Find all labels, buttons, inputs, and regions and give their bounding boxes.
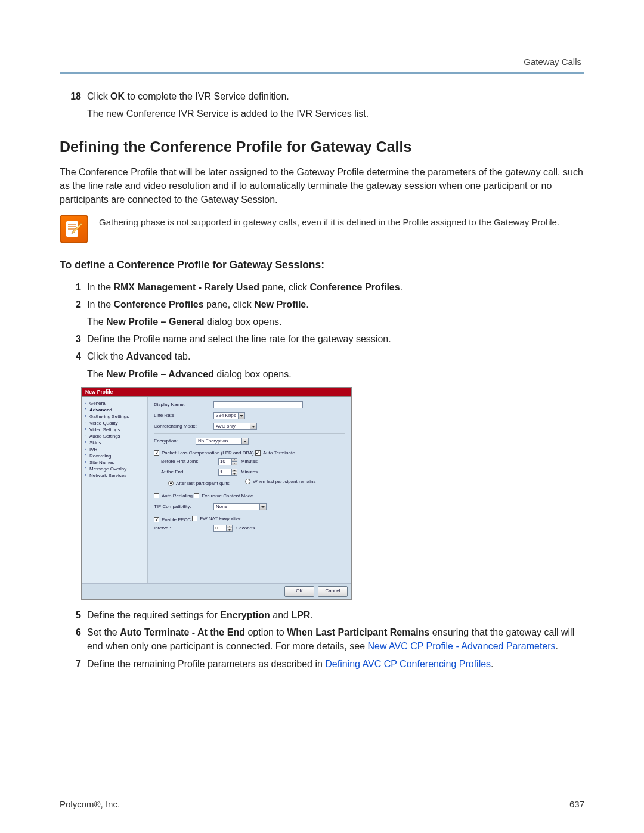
nav-gathering[interactable]: ›Gathering Settings xyxy=(84,413,145,420)
step-1: 1 In the RMX Management - Rarely Used pa… xyxy=(60,280,584,294)
interval-spinner[interactable]: 0 xyxy=(213,525,233,532)
text-bold: When Last Participant Remains xyxy=(287,627,429,637)
checkbox-enable-fecc[interactable]: Enable FECC xyxy=(154,516,191,524)
radio-icon xyxy=(245,479,250,484)
dialog-footer: OK Cancel xyxy=(82,583,351,599)
link-defining-profiles[interactable]: Defining AVC CP Conferencing Profiles xyxy=(325,659,491,669)
text-bold: Conference Profiles xyxy=(309,282,400,292)
spinner-buttons xyxy=(231,458,237,465)
chevron-down-icon xyxy=(242,438,248,444)
checkbox-packet-loss[interactable]: Packet Loss Compensation (LPR and DBA) xyxy=(154,450,254,457)
at-end-spinner[interactable]: 1 xyxy=(218,469,237,476)
procedure-heading: To define a Conference Profile for Gatew… xyxy=(60,258,584,272)
nav-site-names[interactable]: ›Site Names xyxy=(84,459,145,466)
text: In the xyxy=(87,299,113,309)
row-conf-mode: Conferencing Mode: AVC only xyxy=(154,423,345,430)
select-value: 384 Kbps xyxy=(214,412,238,419)
chevron-right-icon: › xyxy=(84,440,88,445)
chevron-right-icon: › xyxy=(84,420,88,426)
checkbox-fw-nat[interactable]: FW NAT keep alive xyxy=(192,515,240,522)
before-first-spinner[interactable]: 10 xyxy=(218,458,237,465)
note-text: Gathering phase is not supported in gate… xyxy=(99,216,559,229)
chevron-right-icon: › xyxy=(84,473,88,478)
radio-when-last-remains[interactable]: When last participant remains xyxy=(231,478,315,485)
text: The xyxy=(87,369,106,379)
chevron-right-icon: › xyxy=(84,427,88,432)
nav-network-services[interactable]: ›Network Services xyxy=(84,472,145,479)
unit-label: Seconds xyxy=(236,525,255,532)
step-number: 4 xyxy=(60,349,87,380)
footer-left: Polycom®, Inc. xyxy=(60,799,120,809)
nav-skins[interactable]: ›Skins xyxy=(84,439,145,446)
text: . xyxy=(306,299,308,309)
step-7: 7 Define the remaining Profile parameter… xyxy=(60,657,584,671)
step-2: 2 In the Conference Profiles pane, click… xyxy=(60,298,584,329)
nav-recording[interactable]: ›Recording xyxy=(84,453,145,459)
text: . xyxy=(310,610,312,620)
nav-label: IVR xyxy=(89,447,97,453)
dialog-sidebar: ›General ›Advanced ›Gathering Settings ›… xyxy=(82,397,148,599)
nav-general[interactable]: ›General xyxy=(84,400,145,407)
text-bold: New Profile – Advanced xyxy=(106,369,214,379)
checkbox-exclusive-content[interactable]: Exclusive Content Mode xyxy=(194,493,253,500)
tip-compat-select[interactable]: None xyxy=(213,503,267,510)
nav-video-settings[interactable]: ›Video Settings xyxy=(84,426,145,433)
row-at-end: At the End: 1 Minutes xyxy=(154,469,345,476)
nav-label: Message Overlay xyxy=(89,466,126,472)
label-interval: Interval: xyxy=(154,525,213,532)
text: pane, click xyxy=(204,299,254,309)
radio-after-last-quits[interactable]: After last participant quits xyxy=(154,480,230,487)
nav-video-quality[interactable]: ›Video Quality xyxy=(84,420,145,426)
step-5: 5 Define the required settings for Encry… xyxy=(60,608,584,622)
dialog-body: ›General ›Advanced ›Gathering Settings ›… xyxy=(81,396,352,600)
chevron-right-icon: › xyxy=(84,453,88,459)
step-body: Define the required settings for Encrypt… xyxy=(87,608,584,622)
text-bold: New Profile – General xyxy=(106,317,205,327)
text: In the xyxy=(87,282,113,292)
encryption-select[interactable]: No Encryption xyxy=(196,438,249,445)
text: Click the xyxy=(87,351,126,361)
step-3: 3 Define the Profile name and select the… xyxy=(60,332,584,346)
checkbox-label: Packet Loss Compensation (LPR and DBA) xyxy=(162,450,254,457)
checkbox-auto-terminate[interactable]: Auto Terminate xyxy=(255,450,295,457)
text: to complete the IVR Service definition. xyxy=(125,91,289,101)
text: Click xyxy=(87,91,110,101)
text: . xyxy=(491,659,493,669)
page-footer: Polycom®, Inc. 637 xyxy=(60,799,584,809)
step-body: Define the remaining Profile parameters … xyxy=(87,657,584,671)
text: and xyxy=(270,610,292,620)
display-name-input[interactable] xyxy=(213,401,303,408)
conf-mode-select[interactable]: AVC only xyxy=(213,423,257,430)
checkbox-label: Enable FECC xyxy=(162,516,191,524)
dialog-main: Display Name: Line Rate: 384 Kbps Confer… xyxy=(148,397,351,599)
nav-audio-settings[interactable]: ›Audio Settings xyxy=(84,433,145,439)
step-number: 7 xyxy=(60,657,87,671)
line-rate-select[interactable]: 384 Kbps xyxy=(213,412,245,419)
step-body: Click the Advanced tab. The New Profile … xyxy=(87,349,584,380)
select-value: No Encryption xyxy=(196,438,242,445)
step-number: 1 xyxy=(60,280,87,294)
label-line-rate: Line Rate: xyxy=(154,412,213,419)
nav-advanced[interactable]: ›Advanced xyxy=(84,407,145,413)
checkbox-label: Auto Redialing xyxy=(162,493,193,500)
chevron-down-icon xyxy=(250,423,256,429)
step-number: 5 xyxy=(60,608,87,622)
document-page: Gateway Calls 18 Click OK to complete th… xyxy=(0,0,644,833)
text-bold: Encryption xyxy=(220,610,270,620)
chevron-right-icon: › xyxy=(84,401,88,406)
nav-message-overlay[interactable]: ›Message Overlay xyxy=(84,466,145,472)
ok-button[interactable]: OK xyxy=(284,586,314,597)
text-bold: Advanced xyxy=(126,351,172,361)
nav-ivr[interactable]: ›IVR xyxy=(84,446,145,453)
step-body: In the Conference Profiles pane, click N… xyxy=(87,298,584,329)
header-section-label: Gateway Calls xyxy=(524,57,581,67)
cancel-button[interactable]: Cancel xyxy=(318,586,348,597)
checkbox-auto-redial[interactable]: Auto Redialing xyxy=(154,493,193,500)
row-tip-compat: TIP Compatibility: None xyxy=(154,503,345,510)
spinner-value: 0 xyxy=(213,525,227,532)
text-bold: Conference Profiles xyxy=(113,299,203,309)
step-number: 6 xyxy=(60,625,87,653)
link-advanced-parameters[interactable]: New AVC CP Profile - Advanced Parameters xyxy=(368,641,556,651)
step-4: 4 Click the Advanced tab. The New Profil… xyxy=(60,349,584,380)
spinner-value: 10 xyxy=(218,458,231,465)
